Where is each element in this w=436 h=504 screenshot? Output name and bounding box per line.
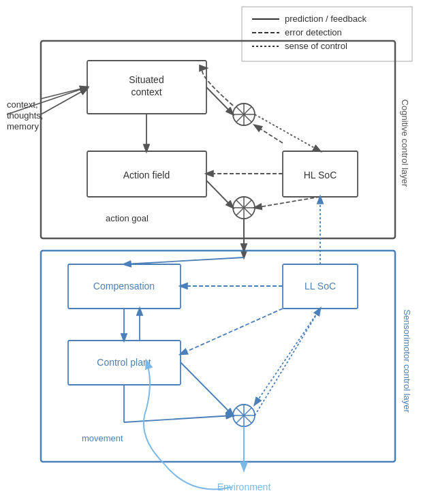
svg-line-44 [181, 309, 283, 354]
svg-line-42 [181, 362, 233, 415]
sensorimotor-layer-label: Sensorimotor control layer [402, 309, 412, 413]
situated-context-label: Situated [129, 74, 164, 85]
legend-sense: sense of control [285, 41, 347, 51]
cognitive-layer-label: Cognitive control layer [400, 99, 410, 187]
control-plant-label: Control plant [97, 357, 151, 368]
svg-line-39 [124, 257, 244, 264]
context-input-label: context, [7, 99, 38, 110]
svg-line-52 [255, 114, 320, 151]
environment-label: Environment [217, 482, 271, 492]
svg-line-25 [255, 125, 283, 143]
svg-line-24 [206, 87, 233, 114]
svg-text:memory: memory [7, 121, 39, 131]
svg-line-49 [124, 415, 233, 422]
hl-soc-label: HL SoC [304, 170, 337, 180]
compensation-label: Compensation [93, 281, 155, 292]
diagram: prediction / feedback error detection se… [0, 0, 436, 504]
action-field-label: Action field [123, 170, 170, 180]
svg-line-28 [255, 197, 320, 208]
svg-text:thoughts,: thoughts, [7, 110, 44, 121]
svg-line-26 [206, 180, 233, 208]
legend-error: error detection [285, 27, 342, 37]
movement-label: movement [82, 433, 123, 443]
action-goal-label: action goal [106, 213, 149, 223]
ll-soc-label: LL SoC [305, 281, 336, 292]
svg-text:context: context [131, 86, 161, 97]
legend-prediction: prediction / feedback [285, 14, 367, 24]
svg-line-45 [255, 309, 320, 405]
svg-line-46 [255, 309, 320, 415]
